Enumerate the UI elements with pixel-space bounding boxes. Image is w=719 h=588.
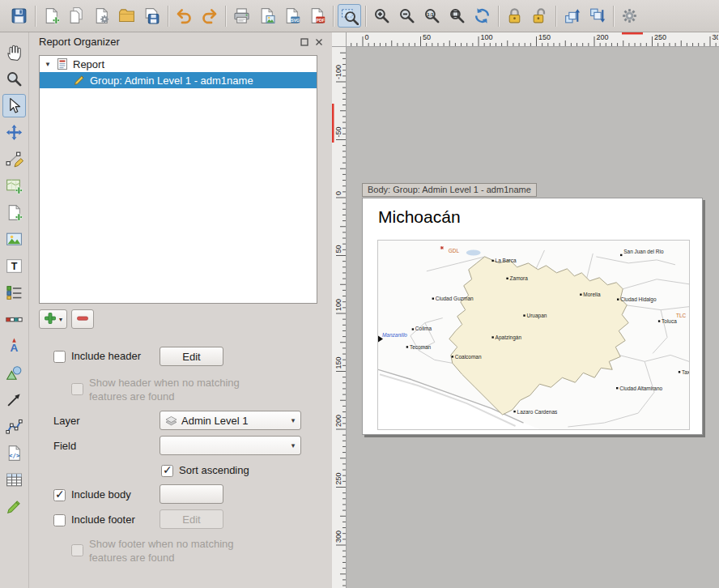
- label-icon: T: [5, 257, 23, 275]
- new-layout-button[interactable]: [40, 4, 63, 28]
- field-combo[interactable]: ▾: [160, 436, 301, 455]
- save-project-button[interactable]: [7, 4, 31, 28]
- add-node-item-button[interactable]: [2, 415, 26, 438]
- add-arrow-button[interactable]: [2, 388, 26, 411]
- add-legend-button[interactable]: [2, 281, 26, 305]
- edit-nodes-tool-button[interactable]: [2, 147, 26, 171]
- svg-text:-50: -50: [334, 126, 342, 137]
- edit-item-button[interactable]: [2, 495, 26, 518]
- gear-icon: [620, 6, 639, 25]
- svg-text:Toluca: Toluca: [662, 318, 677, 324]
- layer-label: Layer: [53, 415, 80, 427]
- svg-text:Morelia: Morelia: [583, 292, 601, 297]
- toolbar-separator: [365, 6, 366, 27]
- show-header-checkbox: [71, 383, 83, 395]
- section-actions: ▾: [39, 309, 94, 329]
- add-attribute-table-button[interactable]: [2, 468, 26, 492]
- report-organizer-panel: Report Organizer ▼ Report Group: Admin L…: [29, 32, 332, 588]
- sort-ascending-checkbox[interactable]: [161, 465, 173, 477]
- add-label-button[interactable]: T: [2, 254, 26, 278]
- report-tree: ▼ Report Group: Admin Level 1 - adm1name: [39, 55, 317, 304]
- top-ruler: 050100150200250300: [347, 32, 719, 47]
- unlock-all-button[interactable]: [528, 4, 551, 28]
- svg-text:Zamora: Zamora: [510, 275, 529, 281]
- undo-button[interactable]: [172, 4, 196, 28]
- print-button[interactable]: [230, 4, 253, 28]
- svg-text:Apatzingán: Apatzingán: [496, 334, 522, 341]
- cursor-icon: [5, 96, 23, 115]
- header-edit-button[interactable]: Edit: [160, 347, 223, 366]
- export-as-pdf-button[interactable]: PDF: [305, 4, 329, 28]
- include-footer-checkbox[interactable]: [53, 514, 66, 526]
- export-as-image-button[interactable]: [255, 4, 279, 28]
- svg-text:GDL: GDL: [449, 248, 460, 254]
- panel-title: Report Organizer: [39, 36, 120, 48]
- redo-button[interactable]: [198, 4, 221, 28]
- tree-item-report-label: Report: [73, 58, 104, 70]
- pan-tool-button[interactable]: [2, 40, 26, 64]
- arrow-icon: [5, 390, 23, 409]
- svg-text:La Barca: La Barca: [496, 258, 517, 263]
- add-north-arrow-button[interactable]: A: [2, 334, 26, 358]
- svg-text:A: A: [11, 342, 19, 354]
- tree-item-report[interactable]: ▼ Report: [40, 56, 317, 72]
- move-item-content-tool-button[interactable]: [2, 121, 26, 144]
- svg-text:San Juan del Rio: San Juan del Rio: [623, 249, 664, 254]
- svg-text:100: 100: [481, 33, 493, 41]
- add-shape-button[interactable]: [2, 361, 26, 385]
- include-header-label: Include header: [71, 350, 141, 362]
- svg-text:Taxco: Taxco: [682, 369, 689, 375]
- zoom-region-icon: [340, 6, 359, 25]
- add-scalebar-button[interactable]: [2, 308, 26, 331]
- zoom-actual-button[interactable]: 1:1: [420, 4, 444, 28]
- chevron-down-icon: ▾: [286, 411, 300, 429]
- tree-item-group-label: Group: Admin Level 1 - adm1name: [90, 75, 253, 87]
- settings-button[interactable]: [618, 4, 641, 28]
- layout-manager-button[interactable]: [90, 4, 113, 28]
- map-item[interactable]: GDLLa BarcaZamoraCiudad GuzmanMoreliaCiu…: [377, 240, 690, 430]
- toolbar-separator: [613, 6, 614, 27]
- layout-view: 050100150200250300 -100-5005010015020025…: [332, 32, 719, 588]
- lower-icon: [588, 6, 606, 25]
- lower-items-button[interactable]: [585, 4, 609, 28]
- add-items-from-template-button[interactable]: [115, 4, 138, 28]
- include-body-checkbox[interactable]: [53, 489, 66, 501]
- refresh-view-button[interactable]: [470, 4, 494, 28]
- zoom-full-button[interactable]: [445, 4, 469, 28]
- body-section-tab: Body: Group: Admin Level 1 - adm1name: [362, 183, 537, 197]
- add-section-button[interactable]: ▾: [39, 309, 67, 329]
- body-edit-button[interactable]: [160, 484, 223, 504]
- page-plus-icon: [42, 6, 61, 25]
- lock-items-button[interactable]: [503, 4, 526, 28]
- layout-canvas[interactable]: Body: Group: Admin Level 1 - adm1name Mi…: [347, 47, 719, 588]
- add-map-button[interactable]: [2, 174, 26, 198]
- add-image-button[interactable]: [2, 228, 26, 251]
- export-pdf-icon: PDF: [308, 6, 326, 25]
- svg-text:Tecoman: Tecoman: [410, 344, 432, 350]
- tree-item-group[interactable]: Group: Admin Level 1 - adm1name: [40, 72, 317, 88]
- export-as-svg-button[interactable]: SVG: [280, 4, 304, 28]
- field-label: Field: [53, 440, 76, 452]
- include-header-checkbox[interactable]: [53, 351, 66, 363]
- float-panel-button[interactable]: [299, 36, 309, 47]
- zoom-actual-icon: 1:1: [423, 6, 441, 25]
- close-panel-button[interactable]: [313, 36, 324, 47]
- zoom-tool-button[interactable]: [2, 67, 26, 91]
- zoom-region-button[interactable]: [338, 4, 361, 28]
- add-html-frame-button[interactable]: </>: [2, 441, 26, 465]
- raise-icon: [563, 6, 581, 25]
- layer-combo-value: Admin Level 1: [181, 415, 248, 427]
- select-move-item-tool-button[interactable]: [2, 94, 26, 117]
- raise-items-button[interactable]: [560, 4, 584, 28]
- save-as-template-button[interactable]: [140, 4, 164, 28]
- remove-section-button[interactable]: [71, 309, 94, 329]
- show-footer-checkbox: [71, 544, 83, 556]
- add-picture-button[interactable]: [2, 201, 26, 224]
- layer-combo[interactable]: Admin Level 1 ▾: [160, 411, 301, 430]
- duplicate-layout-button[interactable]: [65, 4, 88, 28]
- report-title-label[interactable]: Michoacán: [378, 207, 461, 227]
- svg-text:</>: </>: [9, 452, 20, 459]
- zoom-in-button[interactable]: [370, 4, 394, 28]
- tree-expander-icon[interactable]: ▼: [45, 61, 56, 68]
- zoom-out-button[interactable]: [395, 4, 419, 28]
